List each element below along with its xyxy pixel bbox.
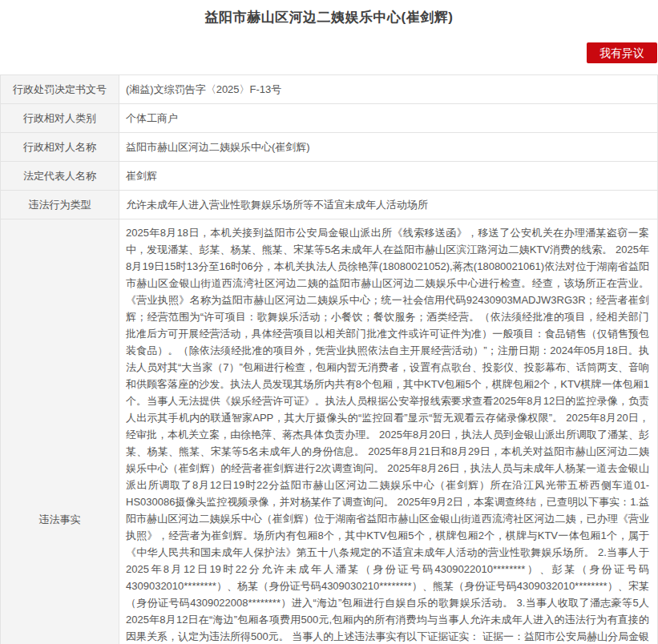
party-type-label: 行政相对人类别 (1, 104, 119, 133)
party-name-label: 行政相对人名称 (1, 133, 119, 162)
party-name-value: 益阳市赫山区河边二姨娱乐中心(崔剑辉) (119, 133, 658, 162)
objection-button[interactable]: 我有异议 (587, 42, 657, 63)
violation-facts-label: 违法事实 (1, 219, 119, 644)
page-title: 益阳市赫山区河边二姨娱乐中心(崔剑辉) (0, 0, 658, 26)
penalty-doc-number-value: (湘益)文综罚告字〈2025〉F-13号 (119, 75, 658, 104)
penalty-info-table: 行政处罚决定书文号 (湘益)文综罚告字〈2025〉F-13号 行政相对人类别 个… (0, 74, 658, 644)
violation-facts-value: 2025年8月18日，本机关接到益阳市公安局金银山派出所《线索移送函》，移送了公… (119, 219, 658, 644)
row-legal-representative: 法定代表人名称 崔剑辉 (1, 162, 658, 191)
row-party-type: 行政相对人类别 个体工商户 (1, 104, 658, 133)
legal-representative-value: 崔剑辉 (119, 162, 658, 191)
legal-representative-label: 法定代表人名称 (1, 162, 119, 191)
penalty-doc-number-label: 行政处罚决定书文号 (1, 75, 119, 104)
toolbar: 我有异议 (0, 42, 658, 63)
party-type-value: 个体工商户 (119, 104, 658, 133)
row-party-name: 行政相对人名称 益阳市赫山区河边二姨娱乐中心(崔剑辉) (1, 133, 658, 162)
row-penalty-doc-number: 行政处罚决定书文号 (湘益)文综罚告字〈2025〉F-13号 (1, 75, 658, 104)
row-violation-facts: 违法事实 2025年8月18日，本机关接到益阳市公安局金银山派出所《线索移送函》… (1, 219, 658, 644)
violation-type-value: 允许未成年人进入营业性歌舞娱乐场所等不适宜未成年人活动场所 (119, 191, 658, 219)
violation-type-label: 违法行为类型 (1, 191, 119, 219)
penalty-detail-page: 益阳市赫山区河边二姨娱乐中心(崔剑辉) 我有异议 行政处罚决定书文号 (湘益)文… (0, 0, 658, 644)
row-violation-type: 违法行为类型 允许未成年人进入营业性歌舞娱乐场所等不适宜未成年人活动场所 (1, 191, 658, 219)
